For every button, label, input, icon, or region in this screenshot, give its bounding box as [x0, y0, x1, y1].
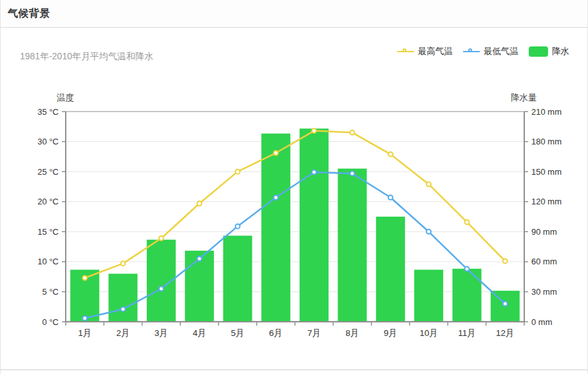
- legend-label-min-temp: 最低气温: [484, 46, 518, 57]
- x-axis-label: 7月: [307, 328, 321, 338]
- line-circle-icon: [397, 48, 414, 55]
- page-title: 气候背景: [8, 7, 50, 21]
- precip-bar-11月[interactable]: [453, 269, 482, 322]
- min-temp-point-6月[interactable]: [274, 195, 278, 200]
- x-axis-label: 6月: [269, 328, 283, 338]
- right-axis-tick-label: 120 mm: [531, 197, 562, 206]
- panel-header: 气候背景: [1, 0, 587, 28]
- min-temp-point-4月[interactable]: [197, 257, 202, 261]
- max-temp-point-11月[interactable]: [465, 220, 469, 224]
- left-axis-tick-label: 10 °C: [37, 257, 59, 266]
- max-temp-point-12月[interactable]: [503, 259, 507, 263]
- x-axis-label: 3月: [155, 328, 168, 338]
- left-axis-title: 温度: [57, 93, 74, 103]
- max-temp-point-6月[interactable]: [274, 151, 278, 155]
- precip-bar-5月[interactable]: [223, 235, 252, 322]
- left-axis-tick-label: 0 °C: [43, 317, 59, 327]
- min-temp-point-11月[interactable]: [465, 267, 469, 271]
- min-temp-point-5月[interactable]: [236, 224, 240, 228]
- climate-panel: 气候背景 0 °C5 °C10 °C15 °C20 °C25 °C30 °C35…: [0, 0, 588, 374]
- line-circle-icon: [463, 48, 480, 55]
- max-temp-point-4月[interactable]: [197, 201, 202, 206]
- x-axis-label: 4月: [193, 328, 206, 338]
- x-axis-label: 12月: [496, 328, 515, 338]
- right-axis-tick-label: 150 mm: [531, 167, 562, 177]
- x-axis-label: 10月: [419, 328, 438, 338]
- min-temp-point-12月[interactable]: [503, 302, 507, 306]
- right-axis-tick-label: 210 mm: [531, 107, 562, 117]
- min-temp-point-8月[interactable]: [350, 171, 355, 175]
- x-axis-label: 1月: [78, 328, 91, 338]
- min-temp-point-10月[interactable]: [426, 230, 431, 234]
- left-axis-tick-label: 35 °C: [37, 107, 59, 117]
- max-temp-point-7月[interactable]: [312, 128, 316, 133]
- legend-item-max-temp[interactable]: 最高气温: [397, 46, 453, 57]
- min-temp-point-1月[interactable]: [82, 316, 87, 320]
- min-temp-point-3月[interactable]: [159, 286, 164, 291]
- panel-body: 0 °C5 °C10 °C15 °C20 °C25 °C30 °C35 °C0 …: [1, 28, 587, 370]
- x-axis-label: 11月: [458, 328, 476, 338]
- precip-bar-10月[interactable]: [414, 270, 443, 322]
- max-temp-point-9月[interactable]: [388, 152, 393, 157]
- min-temp-point-7月[interactable]: [312, 170, 316, 175]
- left-axis-tick-label: 15 °C: [37, 227, 59, 237]
- legend-label-max-temp: 最高气温: [418, 46, 453, 57]
- legend-label-precip: 降水: [552, 46, 569, 57]
- climate-chart: 0 °C5 °C10 °C15 °C20 °C25 °C30 °C35 °C0 …: [1, 28, 588, 370]
- max-temp-point-2月[interactable]: [121, 261, 126, 266]
- x-axis-label: 8月: [345, 328, 359, 338]
- legend-item-min-temp[interactable]: 最低气温: [463, 46, 518, 57]
- right-axis-tick-label: 30 mm: [531, 287, 557, 297]
- precip-bar-8月[interactable]: [338, 168, 367, 322]
- right-axis-tick-label: 0 mm: [531, 317, 553, 327]
- left-axis-tick-label: 5 °C: [43, 287, 59, 297]
- precip-bar-7月[interactable]: [299, 128, 328, 322]
- left-axis-tick-label: 30 °C: [37, 137, 59, 146]
- legend: 最高气温 最低气温 降水: [397, 46, 569, 57]
- max-temp-point-8月[interactable]: [350, 130, 355, 135]
- left-axis-tick-label: 20 °C: [37, 197, 59, 206]
- max-temp-point-1月[interactable]: [82, 276, 87, 280]
- precip-bar-9月[interactable]: [376, 217, 405, 322]
- round-bar-icon: [529, 46, 548, 57]
- left-axis-tick-label: 25 °C: [37, 167, 59, 177]
- right-axis-tick-label: 180 mm: [531, 137, 562, 146]
- x-axis-label: 5月: [231, 328, 244, 338]
- right-axis-tick-label: 60 mm: [531, 257, 557, 266]
- right-axis-title: 降水量: [511, 93, 537, 103]
- max-temp-point-5月[interactable]: [236, 170, 240, 174]
- x-axis-label: 2月: [116, 328, 129, 338]
- precip-bar-2月[interactable]: [109, 273, 138, 322]
- chart-title: 1981年-2010年月平均气温和降水: [20, 51, 153, 63]
- max-temp-point-3月[interactable]: [159, 236, 164, 241]
- min-temp-point-2月[interactable]: [121, 307, 126, 311]
- precip-bar-6月[interactable]: [261, 133, 290, 322]
- min-temp-point-9月[interactable]: [388, 195, 393, 200]
- legend-item-precip[interactable]: 降水: [529, 46, 569, 57]
- x-axis-label: 9月: [384, 328, 397, 338]
- max-temp-point-10月[interactable]: [426, 182, 431, 186]
- right-axis-tick-label: 90 mm: [531, 227, 557, 237]
